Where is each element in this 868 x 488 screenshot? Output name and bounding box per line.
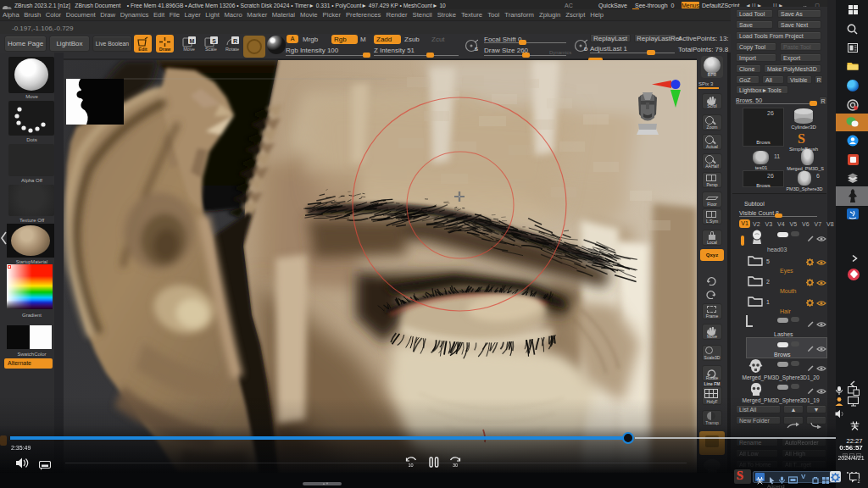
svg-text:Draw: Draw <box>159 47 171 52</box>
svg-text:Scale: Scale <box>205 47 217 52</box>
svg-text:R: R <box>233 38 237 44</box>
svg-text:Move: Move <box>183 47 194 52</box>
svg-text:Rotate: Rotate <box>225 47 239 52</box>
svg-text:S: S <box>212 38 216 44</box>
svg-text:M: M <box>190 38 195 44</box>
svg-text:2: 2 <box>857 479 860 484</box>
svg-text:S: S <box>475 47 478 52</box>
svg-text:D: D <box>584 47 588 52</box>
svg-text:30: 30 <box>453 463 458 468</box>
svg-text:Edit: Edit <box>138 47 147 52</box>
svg-text:10: 10 <box>408 463 413 468</box>
